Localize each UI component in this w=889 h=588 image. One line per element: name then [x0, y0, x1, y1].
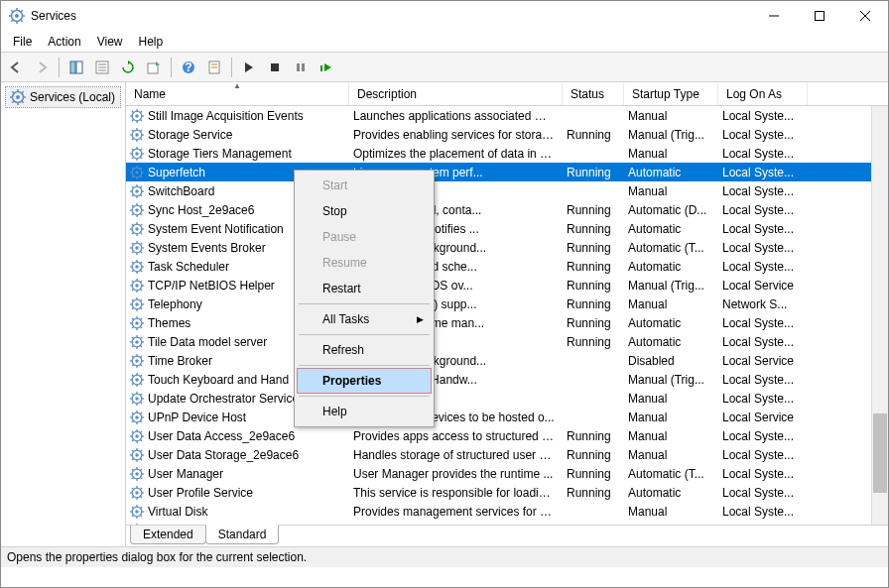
service-status: Running	[563, 334, 624, 350]
chevron-right-icon: ▶	[417, 314, 424, 324]
context-menu-stop[interactable]: Stop	[297, 198, 432, 224]
menu-view[interactable]: View	[89, 33, 131, 51]
gear-icon	[130, 373, 144, 387]
col-header-status[interactable]: Status	[563, 83, 624, 105]
stop-service-button[interactable]	[264, 57, 286, 78]
service-row[interactable]: Update Orchestrator Service for Wi...Uso…	[126, 389, 888, 408]
service-row[interactable]: Time Brokerxecution of background...Disa…	[126, 351, 888, 370]
context-menu-refresh[interactable]: Refresh	[297, 337, 432, 363]
service-logon: Local Syste...	[718, 165, 808, 180]
service-row[interactable]: Touch Keyboard and HandKeyboard and Hand…	[126, 370, 888, 389]
service-startup: Manual (Trig...	[624, 372, 718, 388]
export-button[interactable]	[143, 57, 165, 78]
toolbar: ?	[1, 53, 888, 82]
service-status: Running	[563, 296, 624, 312]
service-status: Running	[563, 165, 624, 180]
service-logon: Local Syste...	[718, 202, 808, 218]
service-row[interactable]: User ManagerUser Manager provides the ru…	[126, 464, 888, 483]
menu-action[interactable]: Action	[40, 33, 88, 51]
properties-button[interactable]	[91, 57, 113, 78]
forward-button[interactable]	[31, 57, 53, 78]
context-menu-start: Start	[297, 173, 432, 198]
tab-extended[interactable]: Extended	[130, 526, 206, 544]
context-menu-help[interactable]: Help	[297, 399, 432, 424]
minimize-button[interactable]	[751, 1, 797, 31]
gear-icon	[130, 429, 144, 443]
service-row[interactable]: Sync Host_2e9ace6nchronizes mail, conta.…	[126, 200, 888, 219]
service-name: Tile Data model server	[148, 335, 267, 349]
service-startup: Manual	[624, 428, 718, 444]
service-row[interactable]: System Events Brokerxecution of backgrou…	[126, 238, 888, 257]
service-row[interactable]: Storage Tiers ManagementOptimizes the pl…	[126, 144, 888, 163]
service-row[interactable]: User Data Storage_2e9ace6Handles storage…	[126, 445, 888, 464]
service-name: Task Scheduler	[148, 260, 229, 274]
service-startup: Manual	[624, 146, 718, 162]
service-startup: Automatic (T...	[624, 240, 718, 256]
service-row[interactable]: SwitchBoardManualLocal Syste...	[126, 181, 888, 200]
service-logon: Local Service	[718, 353, 808, 369]
help-button[interactable]: ?	[178, 57, 199, 78]
context-menu-all-tasks[interactable]: All Tasks▶	[297, 306, 432, 332]
gear-icon	[130, 109, 144, 123]
service-logon: Local Syste...	[718, 466, 808, 482]
tab-strip: Extended Standard	[126, 525, 888, 546]
svg-rect-29	[320, 65, 322, 71]
service-status	[563, 190, 624, 192]
service-logon: Local Syste...	[718, 447, 808, 463]
service-row[interactable]: User Data Access_2e9ace6Provides apps ac…	[126, 426, 888, 445]
service-row[interactable]: System Event Notificationm events and no…	[126, 219, 888, 238]
maximize-button[interactable]	[797, 1, 842, 31]
props-button[interactable]	[203, 57, 225, 78]
service-name: Sync Host_2e9ace6	[148, 203, 254, 217]
context-menu-properties[interactable]: Properties	[297, 368, 432, 394]
restart-service-button[interactable]	[316, 57, 337, 78]
service-row[interactable]: User Profile ServiceThis service is resp…	[126, 483, 888, 502]
service-row[interactable]: Task Schedulerto configure and sche...Ru…	[126, 257, 888, 276]
service-list[interactable]: Still Image Acquisition EventsLaunches a…	[126, 106, 888, 525]
list-header: Name▲ Description Status Startup Type Lo…	[126, 82, 888, 106]
service-startup: Manual	[624, 447, 718, 463]
context-menu-pause: Pause	[297, 224, 432, 250]
left-pane: Services (Local)	[1, 82, 126, 546]
context-menu-restart[interactable]: Restart	[297, 276, 432, 301]
gear-icon	[130, 222, 144, 236]
title-bar: Services	[1, 1, 888, 31]
service-startup: Manual	[624, 391, 718, 407]
service-row[interactable]: UPnP Device HostAllows UPnP devices to b…	[126, 408, 888, 426]
service-row[interactable]: Superfetcht improves system perf...Runni…	[126, 163, 888, 181]
col-header-startup[interactable]: Startup Type	[624, 83, 718, 105]
refresh-button[interactable]	[117, 57, 139, 78]
gear-icon	[130, 411, 144, 424]
service-row[interactable]: Storage ServiceProvides enabling service…	[126, 125, 888, 144]
pause-service-button[interactable]	[290, 57, 312, 78]
service-startup: Manual	[624, 296, 718, 312]
gear-icon	[130, 505, 144, 519]
start-service-button[interactable]	[238, 57, 260, 78]
service-row[interactable]: Themesexperience theme man...RunningAuto…	[126, 313, 888, 332]
service-row[interactable]: Telephonyhony API (TAPI) supp...RunningM…	[126, 294, 888, 313]
col-header-name[interactable]: Name▲	[126, 83, 349, 105]
toolbar-divider	[171, 58, 172, 77]
service-row[interactable]: Virtual DiskProvides management services…	[126, 502, 888, 521]
service-logon: Local Syste...	[718, 221, 808, 237]
tree-root-item[interactable]: Services (Local)	[5, 86, 121, 108]
gear-icon	[130, 279, 144, 293]
close-button[interactable]	[842, 1, 888, 31]
menu-file[interactable]: File	[5, 33, 40, 51]
service-row[interactable]: Still Image Acquisition EventsLaunches a…	[126, 106, 888, 125]
service-desc: Provides management services for di...	[349, 504, 563, 520]
service-row[interactable]: Tile Data model servertile updates.Runni…	[126, 332, 888, 351]
service-status	[563, 416, 624, 418]
menu-help[interactable]: Help	[131, 33, 172, 51]
svg-text:?: ?	[185, 60, 191, 74]
scrollbar-vertical[interactable]	[871, 106, 888, 525]
service-row[interactable]: TCP/IP NetBIOS Helperrt for the NetBIOS …	[126, 276, 888, 294]
show-hide-tree-button[interactable]	[65, 57, 87, 78]
col-header-logon[interactable]: Log On As	[718, 83, 808, 105]
col-header-description[interactable]: Description	[349, 83, 563, 105]
scrollbar-thumb[interactable]	[873, 413, 887, 493]
context-menu-separator	[299, 365, 430, 366]
tab-standard[interactable]: Standard	[205, 525, 280, 544]
back-button[interactable]	[5, 57, 27, 78]
gear-icon	[130, 147, 144, 161]
